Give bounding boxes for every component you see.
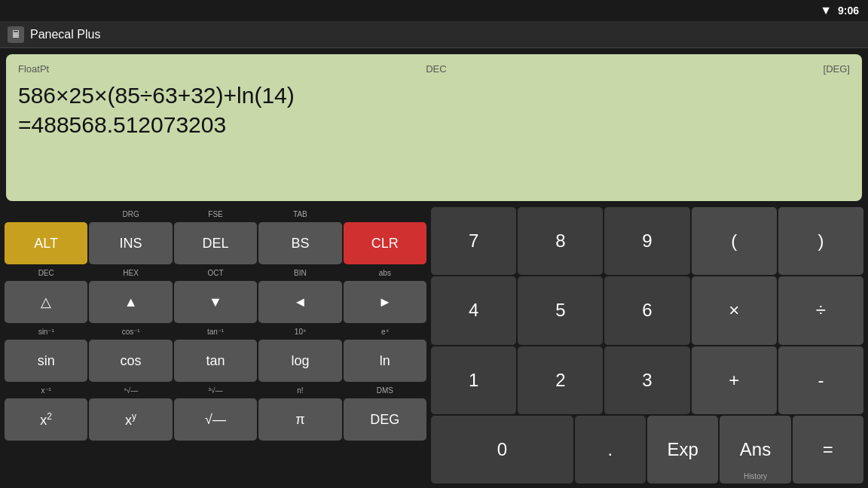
app-title: Panecal Plus	[30, 28, 100, 41]
abs-label: abs	[344, 266, 426, 279]
ans-sub-label: History	[744, 472, 767, 480]
right-keypad: 7 8 9 ( ) 4 5 6 × ÷ 1 2 3 + - 0 . Exp	[431, 207, 863, 483]
row1-keys: △ ▲ ▼ ◄ ►	[5, 281, 426, 323]
numrow-123: 1 2 3 + -	[431, 346, 863, 414]
triangle-down-button[interactable]: ▼	[174, 281, 257, 323]
key-equals[interactable]: =	[793, 416, 863, 483]
del-button[interactable]: DEL	[174, 222, 257, 264]
e-x-label: eˣ	[344, 325, 426, 338]
key-multiply[interactable]: ×	[692, 276, 777, 344]
key-exp[interactable]: Exp	[647, 416, 718, 483]
arrow-left-button[interactable]: ◄	[258, 281, 341, 323]
sin-inv-label: sin⁻¹	[5, 325, 87, 338]
key-6[interactable]: 6	[604, 276, 689, 344]
cbrt-label: ³√—	[174, 383, 257, 397]
key-0[interactable]: 0	[431, 416, 573, 483]
sin-button[interactable]: sin	[5, 340, 87, 382]
cos-button[interactable]: cos	[89, 340, 172, 382]
dms-label: DMS	[344, 383, 426, 397]
key-8[interactable]: 8	[518, 207, 603, 275]
log-button[interactable]: log	[258, 340, 341, 382]
key-minus[interactable]: -	[778, 346, 863, 414]
key-5[interactable]: 5	[518, 276, 603, 344]
key-4[interactable]: 4	[431, 276, 516, 344]
key-3[interactable]: 3	[604, 346, 689, 414]
clr-button[interactable]: CLR	[344, 222, 426, 264]
key-7[interactable]: 7	[431, 207, 516, 275]
wifi-icon: ▼	[820, 4, 832, 17]
left-keypad: DRG FSE TAB ALT INS DEL BS CLR DE	[5, 207, 426, 483]
time-display: 9:06	[838, 5, 859, 17]
xy-button[interactable]: xy	[89, 398, 172, 441]
sqrt-button[interactable]: √—	[174, 398, 257, 441]
drg-label: DRG	[89, 207, 172, 221]
triangle-up-button[interactable]: ▲	[89, 281, 172, 323]
x2-button[interactable]: x2	[5, 398, 87, 441]
row2-keys: sin cos tan log ln	[5, 340, 426, 382]
key-ans[interactable]: Ans History	[720, 416, 790, 483]
row1-labels: DEC HEX OCT BIN abs	[5, 266, 426, 279]
row2-labels: sin⁻¹ cos⁻¹ tan⁻¹ 10ˣ eˣ	[5, 325, 426, 338]
key-dot[interactable]: .	[575, 416, 646, 483]
display-info: FloatPt DEC [DEG]	[18, 63, 850, 75]
arrow-right-button[interactable]: ►	[344, 281, 426, 323]
row0-labels: DRG FSE TAB	[5, 207, 426, 221]
display-expression: 586×25×(85÷63+32)+ln(14) =488568.5120732…	[18, 81, 850, 139]
numrow-0: 0 . Exp Ans History =	[431, 416, 863, 483]
app-icon: 🖩	[8, 26, 24, 43]
numrow-456: 4 5 6 × ÷	[431, 276, 863, 344]
ten-x-label: 10ˣ	[258, 325, 341, 338]
fse-label: FSE	[174, 207, 257, 221]
bs-button[interactable]: BS	[258, 222, 341, 264]
key-2[interactable]: 2	[518, 346, 603, 414]
cos-inv-label: cos⁻¹	[89, 325, 172, 338]
nfact-label: n!	[258, 383, 341, 397]
deg-button[interactable]: DEG	[344, 398, 426, 441]
ins-button[interactable]: INS	[89, 222, 172, 264]
tan-inv-label: tan⁻¹	[174, 325, 257, 338]
dec-sub-label: DEC	[5, 266, 87, 279]
alt-label	[5, 207, 87, 221]
key-close-paren[interactable]: )	[778, 207, 863, 275]
triangle-up-outline-button[interactable]: △	[5, 281, 87, 323]
dec-mode: DEC	[426, 63, 446, 75]
x-inv-label: x⁻¹	[5, 383, 87, 397]
calculator-area: DRG FSE TAB ALT INS DEL BS CLR DE	[0, 207, 868, 488]
status-bar: ▼ 9:06	[0, 0, 868, 21]
calculator-display: FloatPt DEC [DEG] 586×25×(85÷63+32)+ln(1…	[6, 54, 862, 201]
title-bar: 🖩 Panecal Plus	[0, 21, 868, 48]
row3-labels: x⁻¹ ˣ√— ³√— n! DMS	[5, 383, 426, 397]
float-mode: FloatPt	[18, 63, 49, 75]
deg-mode: [DEG]	[824, 63, 850, 75]
key-1[interactable]: 1	[431, 346, 516, 414]
row3-keys: x2 xy √— π DEG	[5, 398, 426, 441]
oct-label: OCT	[174, 266, 257, 279]
app-icon-symbol: 🖩	[11, 29, 21, 40]
pi-button[interactable]: π	[258, 398, 341, 441]
numrow-789: 7 8 9 ( )	[431, 207, 863, 275]
row0-keys: ALT INS DEL BS CLR	[5, 222, 426, 264]
expression-line: 586×25×(85÷63+32)+ln(14)	[18, 81, 850, 110]
ln-button[interactable]: ln	[344, 340, 426, 382]
alt-button[interactable]: ALT	[5, 222, 87, 264]
key-open-paren[interactable]: (	[692, 207, 777, 275]
tab-label: TAB	[258, 207, 341, 221]
key-divide[interactable]: ÷	[778, 276, 863, 344]
clr-label	[344, 207, 426, 221]
tan-button[interactable]: tan	[174, 340, 257, 382]
key-plus[interactable]: +	[692, 346, 777, 414]
bin-label: BIN	[258, 266, 341, 279]
result-line: =488568.512073203	[18, 110, 850, 139]
xrt-label: ˣ√—	[89, 383, 172, 397]
hex-label: HEX	[89, 266, 172, 279]
key-9[interactable]: 9	[604, 207, 689, 275]
